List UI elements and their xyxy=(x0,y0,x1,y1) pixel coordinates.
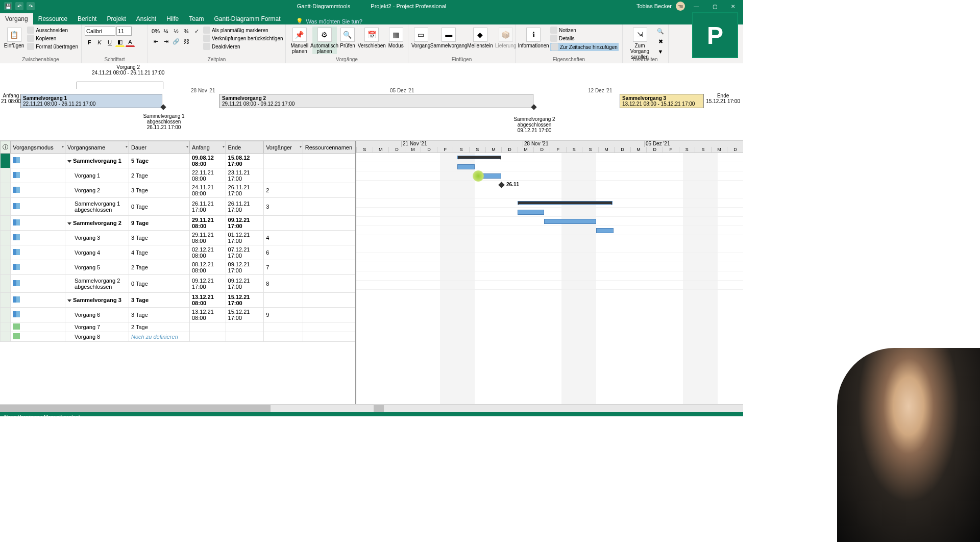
end-cell[interactable]: 15.12.21 17:00 xyxy=(226,308,264,322)
avatar[interactable]: TB xyxy=(676,2,685,11)
name-cell[interactable]: Vorgang 2 xyxy=(65,183,129,198)
col-start[interactable]: Anfang▾ xyxy=(189,141,226,154)
collapse-icon[interactable] xyxy=(67,160,71,163)
paste-button[interactable]: 📋 Einfügen xyxy=(3,27,25,48)
resource-cell[interactable] xyxy=(303,293,355,308)
resource-cell[interactable] xyxy=(303,332,355,342)
end-cell[interactable]: 09.12.21 17:00 xyxy=(226,275,264,293)
outdent-button[interactable]: ⇤ xyxy=(151,37,160,46)
progress-25-button[interactable]: ¼ xyxy=(161,27,170,36)
progress-50-button[interactable]: ½ xyxy=(172,27,181,36)
resource-cell[interactable] xyxy=(303,275,355,293)
mode-cell[interactable] xyxy=(11,198,65,216)
row-info-cell[interactable] xyxy=(1,231,11,245)
timeline-strip[interactable]: Vorgang 2 24.11.21 08:00 - 26.11.21 17:0… xyxy=(0,63,743,141)
respect-links-button[interactable]: Verknüpfungen berücksichtigen xyxy=(203,35,283,42)
maximize-button[interactable]: ▢ xyxy=(707,1,722,11)
col-duration[interactable]: Dauer▾ xyxy=(129,141,190,154)
tab-hilfe[interactable]: Hilfe xyxy=(161,13,184,24)
name-cell[interactable]: Sammelvorgang 2 xyxy=(65,216,129,231)
pred-cell[interactable]: 4 xyxy=(264,231,303,245)
start-cell[interactable]: 29.11.21 08:00 xyxy=(189,216,226,231)
tab-ansicht[interactable]: Ansicht xyxy=(131,13,161,24)
name-cell[interactable]: Sammelvorgang 2 abgeschlossen xyxy=(65,275,129,293)
mode-cell[interactable] xyxy=(11,260,65,275)
name-cell[interactable]: Vorgang 1 xyxy=(65,168,129,183)
manual-schedule-button[interactable]: 📌Manuell planen xyxy=(289,27,310,54)
duration-cell[interactable]: 0 Tage xyxy=(129,275,190,293)
auto-schedule-button[interactable]: ⚙Automatisch planen xyxy=(312,27,337,54)
gantt-summary-bar[interactable] xyxy=(457,156,501,159)
start-cell[interactable]: 26.11.21 17:00 xyxy=(189,198,226,216)
collapse-icon[interactable] xyxy=(67,299,71,302)
duration-cell[interactable]: 2 Tage xyxy=(129,168,190,183)
end-cell[interactable]: 23.11.21 17:00 xyxy=(226,168,264,183)
pred-cell[interactable]: 3 xyxy=(264,198,303,216)
font-color-button[interactable]: A xyxy=(126,38,135,47)
duration-cell[interactable]: 3 Tage xyxy=(129,183,190,198)
progress-0-button[interactable]: 0% xyxy=(151,27,160,36)
start-cell[interactable]: 13.12.21 08:00 xyxy=(189,308,226,322)
end-cell[interactable]: 26.11.21 17:00 xyxy=(226,183,264,198)
row-info-cell[interactable] xyxy=(1,168,11,183)
pred-cell[interactable] xyxy=(264,168,303,183)
information-button[interactable]: ℹInformationen xyxy=(519,27,548,48)
mode-cell[interactable] xyxy=(11,154,65,168)
duration-cell[interactable]: 5 Tage xyxy=(129,154,190,168)
name-cell[interactable]: Vorgang 5 xyxy=(65,260,129,275)
tab-gantt-format[interactable]: Gantt-Diagramm Format xyxy=(209,13,286,24)
mode-cell[interactable] xyxy=(11,322,65,332)
name-cell[interactable]: Vorgang 3 xyxy=(65,231,129,245)
underline-button[interactable]: U xyxy=(105,38,114,47)
col-info[interactable]: ⓘ xyxy=(1,141,11,154)
end-cell[interactable]: 15.08.12 17:00 xyxy=(226,154,264,168)
pred-cell[interactable]: 2 xyxy=(264,183,303,198)
row-info-cell[interactable] xyxy=(1,293,11,308)
row-info-cell[interactable] xyxy=(1,322,11,332)
duration-cell[interactable]: 2 Tage xyxy=(129,260,190,275)
mode-cell[interactable] xyxy=(11,245,65,260)
pred-cell[interactable] xyxy=(264,216,303,231)
name-cell[interactable]: Vorgang 6 xyxy=(65,308,129,322)
end-cell[interactable]: 07.12.21 17:00 xyxy=(226,245,264,260)
close-button[interactable]: ✕ xyxy=(726,1,740,11)
gantt-chart[interactable]: 14 Nov '2121 Nov '2128 Nov '2105 Dez '21… xyxy=(356,141,743,404)
insert-task-button[interactable]: ▭Vorgang xyxy=(411,27,430,48)
duration-cell[interactable]: Noch zu definieren xyxy=(129,332,190,342)
pred-cell[interactable] xyxy=(264,322,303,332)
tab-team[interactable]: Team xyxy=(184,13,209,24)
redo-icon[interactable]: ↷ xyxy=(27,2,35,10)
fill-button[interactable]: ▼ xyxy=(656,47,665,56)
tell-me-search[interactable]: 💡 Was möchten Sie tun? xyxy=(296,18,362,24)
task-grid[interactable]: ⓘ Vorgangsmodus▾ Vorgangsname▾ Dauer▾ An… xyxy=(0,141,356,404)
row-info-cell[interactable] xyxy=(1,245,11,260)
mode-cell[interactable] xyxy=(11,216,65,231)
name-cell[interactable]: Sammelvorgang 1 abgeschlossen xyxy=(65,198,129,216)
end-cell[interactable]: 26.11.21 17:00 xyxy=(226,198,264,216)
start-cell[interactable]: 22.11.21 08:00 xyxy=(189,168,226,183)
col-end[interactable]: Ende xyxy=(226,141,264,154)
horizontal-scrollbar[interactable] xyxy=(0,404,743,412)
tab-ressource[interactable]: Ressource xyxy=(33,13,72,24)
gantt-task-bar[interactable] xyxy=(457,164,475,169)
start-cell[interactable]: 09.12.21 17:00 xyxy=(189,275,226,293)
gantt-task-bar[interactable] xyxy=(544,219,596,224)
row-info-cell[interactable] xyxy=(1,183,11,198)
start-cell[interactable]: 02.12.21 08:00 xyxy=(189,245,226,260)
collapse-icon[interactable] xyxy=(67,222,71,225)
save-icon[interactable]: 💾 xyxy=(4,2,12,10)
mode-cell[interactable] xyxy=(11,183,65,198)
end-cell[interactable] xyxy=(226,322,264,332)
end-cell[interactable]: 09.12.21 17:00 xyxy=(226,216,264,231)
end-cell[interactable]: 09.12.21 17:00 xyxy=(226,260,264,275)
name-cell[interactable]: Sammelvorgang 3 xyxy=(65,293,129,308)
resource-cell[interactable] xyxy=(303,231,355,245)
start-cell[interactable] xyxy=(189,332,226,342)
mode-cell[interactable] xyxy=(11,332,65,342)
pred-cell[interactable]: 7 xyxy=(264,260,303,275)
tab-vorgang[interactable]: Vorgang xyxy=(0,13,33,24)
bold-button[interactable]: F xyxy=(85,38,94,47)
col-mode[interactable]: Vorgangsmodus▾ xyxy=(11,141,65,154)
timeline-summary-1[interactable]: Sammelvorgang 1 22.11.21 08:00 - 26.11.2… xyxy=(20,94,162,108)
move-button[interactable]: 📅Verschieben xyxy=(358,27,385,48)
